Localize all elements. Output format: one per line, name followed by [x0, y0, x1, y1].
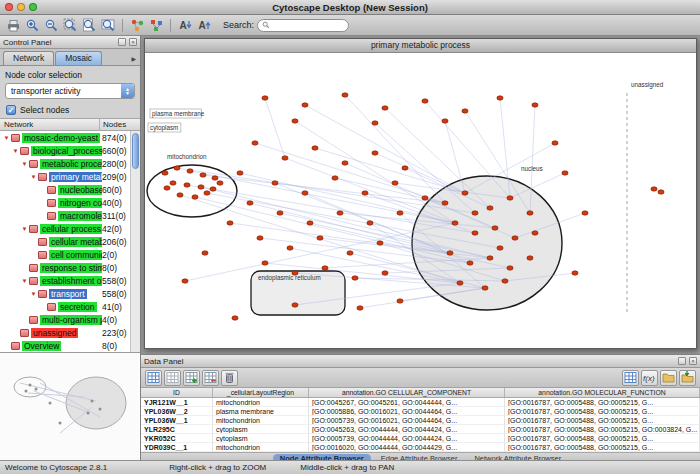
tree-item-label: Overview: [22, 341, 61, 351]
thumbnail-image: [0, 353, 139, 460]
tree-item-unassigned[interactable]: unassigned223(0): [0, 326, 130, 339]
close-window-button[interactable]: [5, 3, 13, 11]
tree-item-establishment-of-lo[interactable]: ▼establishment of lo...558(0): [0, 274, 130, 287]
tree-item-label: transport: [49, 289, 87, 299]
table-cell: [GO:0016787, GO:0005488, GO:0005215, G..…: [505, 434, 700, 443]
float-data-panel-icon[interactable]: [678, 357, 686, 365]
tree-expand-arrow-icon[interactable]: ▼: [29, 174, 38, 180]
network-overview-thumbnail[interactable]: [0, 352, 140, 460]
tree-item-nucleobase[interactable]: nucleobase...60(0): [0, 183, 130, 196]
zoom-region-icon[interactable]: [99, 17, 117, 34]
network-canvas[interactable]: plasma membranecytoplasmmitochondrionnuc…: [145, 53, 696, 348]
table-cell: [GO:0016787, GO:0005488, GO:0005215, G..…: [505, 443, 700, 452]
tree-item-cell-communica[interactable]: cell communica...2(0): [0, 248, 130, 261]
table-cell: YPL036W__2: [141, 407, 213, 416]
tree-item-label: multi-organism pro...: [40, 315, 102, 325]
table-row[interactable]: YLR295Ccytoplasm[GO:0045263, GO:0044444,…: [141, 425, 700, 434]
minimize-window-button[interactable]: [17, 3, 25, 11]
attribute-toolbar-right: f(x): [622, 370, 696, 386]
unselect-attributes-icon[interactable]: [164, 370, 181, 386]
tree-expand-arrow-icon[interactable]: ▼: [20, 161, 29, 167]
tree-item-primary-metab[interactable]: ▼primary metab...209(0): [0, 170, 130, 183]
main-area: Control Panel × Network Mosaic ▶ Node co…: [0, 36, 700, 460]
select-attributes-icon[interactable]: [145, 370, 162, 386]
tree-item-multi-organism-pro[interactable]: multi-organism pro...4(0): [0, 313, 130, 326]
tab-mosaic[interactable]: Mosaic: [55, 51, 102, 65]
node-color-dropdown[interactable]: transporter activity ▲▼: [5, 83, 135, 99]
zoom-fit-icon[interactable]: [80, 17, 98, 34]
network-view-title[interactable]: primary metabolic process: [145, 39, 696, 53]
table-cell: [GO:0016787, GO:0005488, GO:0005215, GO:…: [505, 425, 700, 434]
close-panel-icon[interactable]: ×: [129, 38, 137, 46]
tree-item-label: mosaic-demo-yeast: [22, 133, 100, 143]
column-header-id[interactable]: ID: [141, 388, 213, 397]
network-flag-icon[interactable]: [147, 17, 165, 34]
tree-item-biological-process[interactable]: ▼biological_process660(0): [0, 144, 130, 157]
tree-scrollbar[interactable]: [130, 131, 140, 352]
tree-item-response-to-stimu[interactable]: response to stimu...8(0): [0, 261, 130, 274]
tree-header-nodes[interactable]: Nodes: [100, 119, 140, 131]
tree-expand-arrow-icon[interactable]: ▼: [20, 226, 29, 232]
tree-item-label: establishment of lo...: [40, 276, 102, 286]
tree-item-count: 280(0): [102, 159, 130, 169]
tree-item-count: 40(0): [102, 198, 130, 208]
tree-expand-arrow-icon[interactable]: ▼: [2, 135, 11, 141]
new-attribute-icon[interactable]: [183, 370, 200, 386]
tree-item-metabolic-process[interactable]: ▼metabolic process280(0): [0, 157, 130, 170]
tree-item-cellular-process[interactable]: ▼cellular process42(0): [0, 222, 130, 235]
table-cell: [GO:0045263, GO:0044444, GO:0044424, G..…: [309, 425, 505, 434]
column-header-cellularlayoutregion[interactable]: _cellularLayoutRegion: [213, 388, 309, 397]
annotation-up-icon[interactable]: A: [195, 17, 213, 34]
table-cell: [GO:0005739, GO:0016021, GO:0044464, G..…: [309, 416, 505, 425]
tree-folder-icon: [29, 160, 38, 168]
column-header-annotation-go-molecular-function[interactable]: annotation.GO MOLECULAR_FUNCTION: [505, 388, 700, 397]
float-panel-icon[interactable]: [118, 38, 126, 46]
tree-item-transport[interactable]: ▼transport558(0): [0, 287, 130, 300]
trash-icon[interactable]: [221, 370, 238, 386]
tree-item-count: 311(0): [102, 211, 130, 221]
cytoscape-window: Cytoscape Desktop (New Session) AA Searc…: [0, 0, 700, 474]
search-input[interactable]: [272, 21, 340, 30]
zoom-in-icon[interactable]: [23, 17, 41, 34]
tab-network[interactable]: Network: [3, 51, 54, 65]
tree-item-overview[interactable]: Overview8(0): [0, 339, 130, 352]
tree-folder-icon: [47, 186, 56, 194]
tree-expand-arrow-icon[interactable]: ▼: [29, 291, 38, 297]
window-titlebar[interactable]: Cytoscape Desktop (New Session): [0, 0, 700, 15]
tree-item-mosaic-demo-yeast[interactable]: ▼mosaic-demo-yeast874(0): [0, 131, 130, 144]
function-icon[interactable]: f(x): [641, 370, 658, 386]
tree-expand-arrow-icon[interactable]: ▼: [20, 278, 29, 284]
tree-item-nitrogen-compo[interactable]: nitrogen compo...40(0): [0, 196, 130, 209]
tree-item-label: cellular process: [40, 224, 102, 234]
zoom-selected-icon[interactable]: [61, 17, 79, 34]
table-row[interactable]: YPL036W__2plasma membrane[GO:0005886, GO…: [141, 407, 700, 416]
tree-item-secretion[interactable]: secretion41(0): [0, 300, 130, 313]
grid-icon[interactable]: [622, 370, 639, 386]
column-header-annotation-go-cellular-component[interactable]: annotation.GO CELLULAR_COMPONENT: [309, 388, 505, 397]
tree-folder-icon: [29, 277, 38, 285]
table-row[interactable]: YKR052Ccytoplasm[GO:0005739, GO:0044444,…: [141, 434, 700, 443]
import-icon[interactable]: [679, 370, 696, 386]
tree-item-macromolecule[interactable]: macromolecule...311(0): [0, 209, 130, 222]
table-cell: YKR052C: [141, 434, 213, 443]
zoom-out-icon[interactable]: [42, 17, 60, 34]
tree-item-count: 2(0): [102, 250, 130, 260]
zoom-window-button[interactable]: [29, 3, 37, 11]
tree-item-label: nucleobase...: [58, 185, 102, 195]
tree-expand-arrow-icon[interactable]: ▼: [11, 148, 20, 154]
delete-attribute-icon[interactable]: [202, 370, 219, 386]
tree-header-network[interactable]: Network: [0, 119, 100, 130]
tab-overflow-arrow-icon[interactable]: ▶: [131, 55, 138, 65]
tree-scrollbar-thumb[interactable]: [132, 133, 139, 169]
table-row[interactable]: YJR121W__1mitochondrion[GO:0045267, GO:0…: [141, 398, 700, 407]
table-row[interactable]: YDR039C__1mitochondrion[GO:0016020, GO:0…: [141, 443, 700, 452]
annotation-down-icon[interactable]: A: [176, 17, 194, 34]
table-row[interactable]: YPL036W__1mitochondrion[GO:0005739, GO:0…: [141, 416, 700, 425]
select-nodes-checkbox[interactable]: ✓: [6, 105, 16, 115]
print-icon[interactable]: [4, 17, 22, 34]
open-folder-icon[interactable]: [660, 370, 677, 386]
tree-item-cellular-metabo[interactable]: cellular metabo...206(0): [0, 235, 130, 248]
network-overview-icon[interactable]: [128, 17, 146, 34]
close-data-panel-icon[interactable]: ×: [689, 357, 697, 365]
search-field[interactable]: [257, 19, 349, 32]
